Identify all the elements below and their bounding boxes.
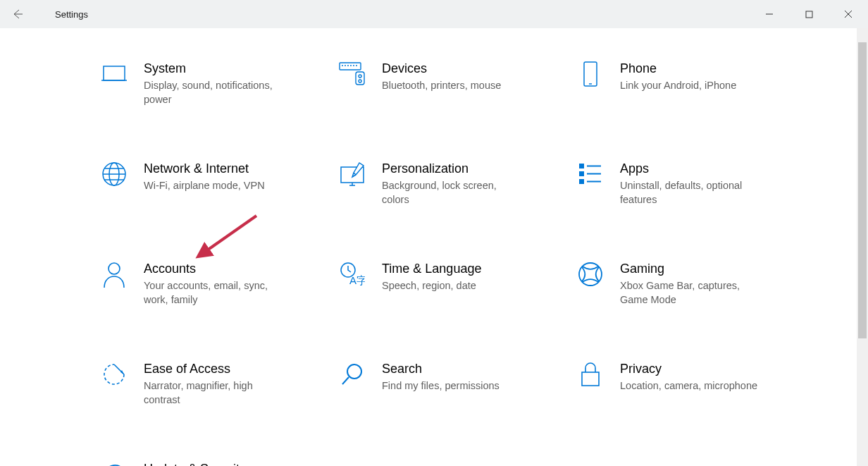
personalization-icon xyxy=(338,160,366,188)
globe-icon xyxy=(100,160,128,188)
category-desc: Your accounts, email, sync, work, family xyxy=(144,278,285,307)
back-arrow-icon xyxy=(12,8,23,20)
category-title: Privacy xyxy=(620,360,757,377)
category-desc: Wi-Fi, airplane mode, VPN xyxy=(144,178,265,192)
svg-rect-11 xyxy=(580,172,583,176)
category-text: System Display, sound, notifications, po… xyxy=(144,60,285,106)
category-apps[interactable]: Apps Uninstall, defaults, optional featu… xyxy=(576,160,814,207)
title-bar: Settings xyxy=(0,0,868,28)
category-desc: Background, lock screen, colors xyxy=(382,178,523,207)
category-update[interactable]: Update & Security Windows Update, recove… xyxy=(100,460,338,466)
category-text: Time & Language Speech, region, date xyxy=(382,260,481,293)
svg-rect-0 xyxy=(806,11,812,18)
category-desc: Display, sound, notifications, power xyxy=(144,78,285,106)
category-desc: Speech, region, date xyxy=(382,278,481,293)
svg-point-20 xyxy=(347,364,361,379)
category-devices[interactable]: Devices Bluetooth, printers, mouse xyxy=(338,60,576,106)
category-desc: Xbox Game Bar, captures, Game Mode xyxy=(620,278,761,307)
minimize-button[interactable] xyxy=(750,0,789,28)
apps-icon xyxy=(576,160,604,188)
system-icon xyxy=(100,60,128,88)
category-time[interactable]: A字 Time & Language Speech, region, date xyxy=(338,260,576,307)
ease-of-access-icon xyxy=(100,360,128,388)
svg-point-19 xyxy=(579,263,602,286)
category-text: Personalization Background, lock screen,… xyxy=(382,160,523,207)
category-desc: Location, camera, microphone xyxy=(620,379,757,393)
maximize-button[interactable] xyxy=(789,0,829,28)
lock-icon xyxy=(576,360,604,388)
category-desc: Bluetooth, printers, mouse xyxy=(382,78,501,92)
category-text: Phone Link your Android, iPhone xyxy=(620,60,736,92)
category-desc: Find my files, permissions xyxy=(382,379,500,393)
category-text: Search Find my files, permissions xyxy=(382,360,500,393)
category-text: Gaming Xbox Game Bar, captures, Game Mod… xyxy=(620,260,761,307)
app-title: Settings xyxy=(55,9,88,20)
category-title: Ease of Access xyxy=(144,360,285,377)
category-desc: Narrator, magnifier, high contrast xyxy=(144,379,285,407)
category-desc: Link your Android, iPhone xyxy=(620,78,736,92)
category-title: Gaming xyxy=(620,260,761,277)
category-title: System xyxy=(144,60,285,77)
category-text: Accounts Your accounts, email, sync, wor… xyxy=(144,260,285,307)
category-ease[interactable]: Ease of Access Narrator, magnifier, high… xyxy=(100,360,338,407)
category-accounts[interactable]: Accounts Your accounts, email, sync, wor… xyxy=(100,260,338,307)
category-text: Apps Uninstall, defaults, optional featu… xyxy=(620,160,761,207)
category-text: Ease of Access Narrator, magnifier, high… xyxy=(144,360,285,407)
close-icon xyxy=(844,10,852,18)
category-desc: Uninstall, defaults, optional features xyxy=(620,178,761,207)
category-search[interactable]: Search Find my files, permissions xyxy=(338,360,576,407)
content-area: System Display, sound, notifications, po… xyxy=(0,28,868,466)
categories-grid: System Display, sound, notifications, po… xyxy=(100,60,840,466)
category-text: Update & Security Windows Update, recove… xyxy=(144,460,268,466)
category-gaming[interactable]: Gaming Xbox Game Bar, captures, Game Mod… xyxy=(576,260,814,307)
devices-icon xyxy=(338,60,366,88)
phone-icon xyxy=(576,60,604,88)
svg-text:A字: A字 xyxy=(349,274,365,286)
category-text: Privacy Location, camera, microphone xyxy=(620,360,757,393)
category-network[interactable]: Network & Internet Wi-Fi, airplane mode,… xyxy=(100,160,338,207)
scrollbar[interactable] xyxy=(857,28,868,466)
category-personalization[interactable]: Personalization Background, lock screen,… xyxy=(338,160,576,207)
category-title: Devices xyxy=(382,60,501,77)
category-title: Network & Internet xyxy=(144,160,265,177)
close-button[interactable] xyxy=(829,0,868,28)
time-language-icon: A字 xyxy=(338,260,366,288)
search-icon xyxy=(338,360,366,388)
back-button[interactable] xyxy=(0,0,35,28)
svg-rect-1 xyxy=(104,66,125,80)
category-text: Devices Bluetooth, printers, mouse xyxy=(382,60,501,92)
svg-point-16 xyxy=(108,263,120,274)
svg-rect-10 xyxy=(580,164,583,168)
category-phone[interactable]: Phone Link your Android, iPhone xyxy=(576,60,814,106)
svg-rect-6 xyxy=(584,62,597,86)
category-title: Apps xyxy=(620,160,761,177)
gaming-icon xyxy=(576,260,604,288)
category-text: Network & Internet Wi-Fi, airplane mode,… xyxy=(144,160,265,192)
category-title: Search xyxy=(382,360,500,377)
title-left: Settings xyxy=(0,0,88,28)
accounts-icon xyxy=(100,260,128,288)
svg-point-5 xyxy=(359,80,361,82)
category-system[interactable]: System Display, sound, notifications, po… xyxy=(100,60,338,106)
svg-rect-21 xyxy=(582,372,599,386)
update-icon xyxy=(100,460,128,466)
category-privacy[interactable]: Privacy Location, camera, microphone xyxy=(576,360,814,407)
maximize-icon xyxy=(805,11,813,18)
svg-rect-2 xyxy=(340,63,361,70)
scrollbar-thumb[interactable] xyxy=(858,42,867,338)
window-controls xyxy=(750,0,868,28)
category-title: Update & Security xyxy=(144,460,268,466)
svg-point-4 xyxy=(359,75,361,78)
category-title: Time & Language xyxy=(382,260,481,277)
svg-rect-12 xyxy=(580,180,583,183)
category-title: Personalization xyxy=(382,160,523,177)
minimize-icon xyxy=(765,10,774,18)
category-title: Accounts xyxy=(144,260,285,277)
category-title: Phone xyxy=(620,60,736,77)
